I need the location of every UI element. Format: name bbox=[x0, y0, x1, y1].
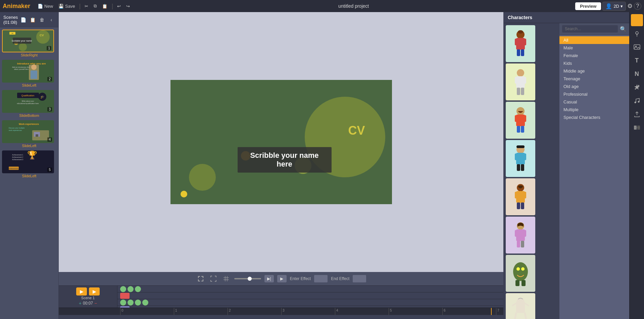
track-dot[interactable] bbox=[142, 300, 148, 306]
text-bold-button[interactable]: T bbox=[631, 54, 643, 66]
character-card[interactable] bbox=[506, 293, 535, 319]
audio-button[interactable] bbox=[631, 95, 643, 107]
scene-1-preview: Scribble your name CV cv bbox=[3, 30, 54, 52]
character-8-preview bbox=[509, 297, 532, 319]
character-search-input[interactable] bbox=[562, 25, 618, 33]
track-dot[interactable] bbox=[135, 300, 141, 306]
characters-filter: 🔍 All Male Female Kids Middle age Teenag… bbox=[559, 23, 629, 319]
text-outline-button[interactable]: N bbox=[631, 68, 643, 80]
canvas-text-box[interactable]: Scribble your name here bbox=[238, 147, 332, 173]
track-rect[interactable] bbox=[120, 293, 130, 299]
upload-button[interactable] bbox=[631, 108, 643, 120]
new-doc-icon: 📄 bbox=[38, 4, 43, 9]
effects-button[interactable] bbox=[631, 81, 643, 93]
copy-button[interactable]: ⧉ bbox=[92, 3, 99, 9]
image-icon-button[interactable] bbox=[631, 41, 643, 53]
svg-text:Achievement 3: Achievement 3 bbox=[12, 158, 23, 161]
transitions-button[interactable] bbox=[631, 122, 643, 134]
character-search-bar: 🔍 bbox=[559, 23, 629, 35]
scene-thumbnail: Introduce who you are Add an introductor… bbox=[2, 60, 54, 83]
svg-rect-72 bbox=[517, 164, 520, 171]
delete-scene-button[interactable]: 🗑 bbox=[38, 16, 46, 24]
scene-item[interactable]: Introduce who you are Add an introductor… bbox=[2, 60, 56, 87]
scene-item[interactable]: Scribble your name CV cv 1 SlideRight bbox=[2, 30, 56, 57]
play-enter-button[interactable]: ▶| bbox=[264, 275, 274, 282]
paste-button[interactable]: 📋 bbox=[100, 3, 109, 9]
fit-icon bbox=[198, 276, 204, 282]
scene-item[interactable]: Qualification Write about your education… bbox=[2, 90, 56, 118]
settings-button[interactable]: ⚙ bbox=[627, 2, 633, 10]
filter-item-professional[interactable]: Professional bbox=[559, 90, 629, 98]
transition-icon bbox=[633, 124, 641, 131]
cut-icon: ✂ bbox=[85, 4, 88, 9]
character-card[interactable] bbox=[506, 178, 535, 215]
scene-item[interactable]: Achievement 1 Achievement 2 Achievement … bbox=[2, 150, 56, 178]
preview-button[interactable]: Preview bbox=[575, 2, 601, 10]
timeline-forward-button[interactable]: ▶ bbox=[89, 287, 100, 295]
svg-rect-83 bbox=[515, 230, 518, 237]
filter-item-middle-age[interactable]: Middle age bbox=[559, 67, 629, 75]
undo-button[interactable]: ↩ bbox=[115, 3, 123, 9]
playhead[interactable] bbox=[491, 308, 492, 315]
filter-item-casual[interactable]: Casual bbox=[559, 98, 629, 106]
character-card[interactable] bbox=[506, 25, 535, 62]
svg-point-1 bbox=[36, 30, 50, 44]
track-dot[interactable] bbox=[128, 300, 134, 306]
copy-icon: ⧉ bbox=[94, 3, 97, 9]
scene-item[interactable]: Work experiences Discuss your multiple w… bbox=[2, 120, 56, 148]
character-card[interactable] bbox=[506, 102, 535, 139]
character-6-preview bbox=[509, 220, 532, 250]
time-value: 00:07 bbox=[83, 301, 93, 306]
timeline-play-button[interactable]: ▶ bbox=[76, 287, 87, 295]
paste-icon: 📋 bbox=[102, 4, 107, 9]
redo-button[interactable]: ↪ bbox=[124, 3, 132, 9]
zoom-track[interactable] bbox=[234, 278, 261, 279]
help-button[interactable]: ? bbox=[634, 2, 641, 10]
svg-point-14 bbox=[31, 64, 37, 70]
character-card[interactable] bbox=[506, 140, 535, 177]
character-card[interactable] bbox=[506, 255, 535, 292]
fit-view-button[interactable] bbox=[196, 274, 205, 283]
filter-item-teenage[interactable]: Teenage bbox=[559, 75, 629, 83]
filter-item-multiple[interactable]: Multiple bbox=[559, 106, 629, 113]
svg-point-88 bbox=[516, 267, 520, 271]
filter-item-special[interactable]: Special Characters bbox=[559, 113, 629, 121]
track-dot[interactable] bbox=[135, 286, 141, 292]
filter-item-male[interactable]: Male bbox=[559, 44, 629, 52]
track-dots bbox=[117, 286, 144, 293]
grid-button[interactable] bbox=[221, 274, 231, 283]
svg-rect-60 bbox=[517, 88, 520, 95]
character-card[interactable] bbox=[506, 63, 535, 100]
svg-rect-54 bbox=[521, 49, 524, 56]
new-scene-button[interactable]: 📄 bbox=[19, 16, 27, 24]
sub-time-button[interactable]: − bbox=[94, 301, 97, 306]
character-card[interactable] bbox=[506, 217, 535, 254]
enter-effect-box[interactable] bbox=[314, 275, 328, 282]
filter-item-kids[interactable]: Kids bbox=[559, 59, 629, 67]
duplicate-scene-button[interactable]: 📋 bbox=[29, 16, 36, 24]
track-dot[interactable] bbox=[128, 286, 134, 292]
fullscreen-button[interactable] bbox=[209, 274, 218, 283]
collapse-scenes-button[interactable]: ‹ bbox=[48, 16, 55, 24]
end-effect-box[interactable] bbox=[353, 275, 366, 282]
character-2-preview bbox=[509, 67, 532, 97]
mode-selector[interactable]: 👤 2D ▾ bbox=[602, 2, 626, 11]
new-button[interactable]: 📄 New bbox=[36, 3, 55, 9]
filter-item-female[interactable]: Female bbox=[559, 52, 629, 59]
location-icon-button[interactable] bbox=[631, 28, 643, 40]
main-canvas[interactable]: CV Scribble your name here bbox=[170, 80, 392, 204]
filter-item-all[interactable]: All bbox=[559, 36, 629, 44]
svg-text:Achievements: Achievements bbox=[8, 168, 19, 170]
scene-number: 2 bbox=[47, 77, 52, 81]
cut-button[interactable]: ✂ bbox=[83, 3, 90, 9]
svg-point-93 bbox=[517, 298, 524, 305]
add-time-button[interactable]: + bbox=[79, 301, 82, 306]
track-dot[interactable] bbox=[120, 286, 126, 292]
characters-icon-button[interactable] bbox=[631, 14, 643, 26]
save-button[interactable]: 💾 Save bbox=[56, 3, 77, 9]
track-dot[interactable] bbox=[120, 300, 126, 306]
play-button[interactable]: ▶ bbox=[277, 275, 287, 282]
track-row bbox=[117, 292, 503, 299]
filter-item-old-age[interactable]: Old age bbox=[559, 83, 629, 90]
zoom-thumb[interactable] bbox=[248, 277, 252, 281]
